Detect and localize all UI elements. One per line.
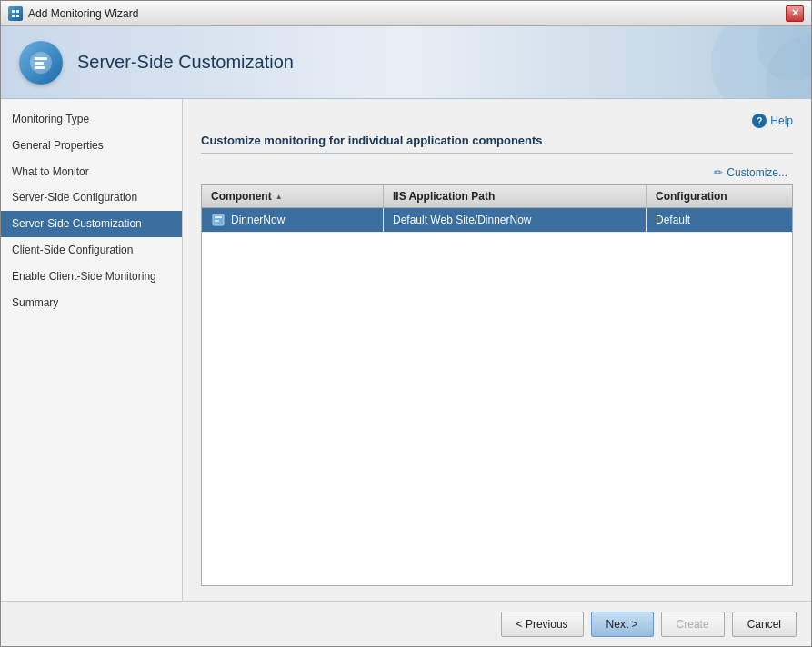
svg-rect-0 bbox=[12, 10, 15, 13]
table-body: DinnerNowDefault Web Site/DinnerNowDefau… bbox=[202, 208, 792, 585]
col-iis: IIS Application Path bbox=[384, 185, 647, 207]
sidebar-item-1[interactable]: General Properties bbox=[1, 133, 182, 159]
help-icon: ? bbox=[752, 114, 767, 128]
wizard-footer: < Previous Next > Create Cancel bbox=[1, 601, 811, 646]
wizard-header-title: Server-Side Customization bbox=[77, 52, 294, 73]
sidebar-item-7[interactable]: Summary bbox=[1, 290, 182, 316]
pencil-icon: ✏ bbox=[714, 166, 723, 179]
sidebar: Monitoring TypeGeneral PropertiesWhat to… bbox=[1, 99, 183, 601]
svg-rect-3 bbox=[16, 15, 19, 17]
svg-rect-2 bbox=[12, 15, 15, 17]
next-button[interactable]: Next > bbox=[591, 612, 654, 637]
content-area: Monitoring TypeGeneral PropertiesWhat to… bbox=[1, 99, 811, 601]
td-component: DinnerNow bbox=[202, 208, 384, 232]
svg-rect-7 bbox=[35, 66, 45, 69]
cancel-button[interactable]: Cancel bbox=[732, 612, 797, 637]
sidebar-item-3[interactable]: Server-Side Configuration bbox=[1, 184, 182, 211]
svg-rect-1 bbox=[16, 10, 19, 13]
section-title: Customize monitoring for individual appl… bbox=[201, 134, 793, 154]
window-title: Add Monitoring Wizard bbox=[28, 7, 786, 20]
td-config: Default bbox=[647, 208, 792, 232]
sort-icon: ▲ bbox=[276, 193, 283, 201]
table-header: Component ▲ IIS Application Path Configu… bbox=[202, 185, 792, 208]
wizard-header: Server-Side Customization bbox=[1, 26, 811, 99]
col-config: Configuration bbox=[647, 185, 792, 207]
svg-rect-13 bbox=[215, 220, 219, 222]
sidebar-item-0[interactable]: Monitoring Type bbox=[1, 106, 182, 133]
customize-button[interactable]: ✏ Customize... bbox=[708, 164, 793, 181]
title-bar: Add Monitoring Wizard ✕ bbox=[1, 1, 811, 26]
sidebar-item-5[interactable]: Client-Side Configuration bbox=[1, 237, 182, 264]
help-row: ? Help bbox=[201, 114, 793, 128]
close-button[interactable]: ✕ bbox=[786, 5, 804, 22]
title-bar-icon bbox=[8, 6, 23, 21]
col-component: Component ▲ bbox=[202, 185, 384, 207]
header-decoration bbox=[629, 26, 811, 99]
sidebar-item-2[interactable]: What to Monitor bbox=[1, 159, 182, 185]
wizard-window: Add Monitoring Wizard ✕ Server-Side Cust… bbox=[0, 0, 812, 647]
table-row[interactable]: DinnerNowDefault Web Site/DinnerNowDefau… bbox=[202, 208, 792, 233]
sidebar-item-4[interactable]: Server-Side Customization bbox=[1, 211, 182, 237]
components-table: Component ▲ IIS Application Path Configu… bbox=[201, 184, 793, 586]
wizard-header-icon bbox=[19, 41, 63, 85]
help-link[interactable]: ? Help bbox=[752, 114, 793, 128]
help-label: Help bbox=[770, 114, 793, 127]
svg-rect-6 bbox=[35, 62, 44, 65]
component-icon bbox=[211, 213, 226, 227]
customize-label: Customize... bbox=[727, 166, 787, 179]
sidebar-item-6[interactable]: Enable Client-Side Monitoring bbox=[1, 264, 182, 290]
td-iis: Default Web Site/DinnerNow bbox=[384, 208, 647, 232]
main-panel: ? Help Customize monitoring for individu… bbox=[183, 99, 811, 601]
previous-button[interactable]: < Previous bbox=[501, 612, 584, 637]
create-button[interactable]: Create bbox=[661, 612, 725, 637]
svg-rect-12 bbox=[215, 216, 222, 218]
customize-row: ✏ Customize... bbox=[201, 164, 793, 181]
svg-rect-5 bbox=[35, 57, 47, 60]
